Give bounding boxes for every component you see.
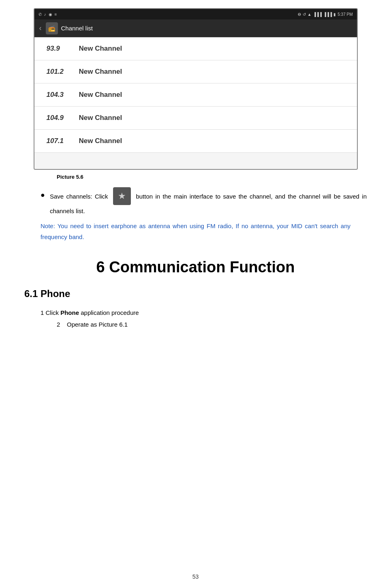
app-header: ‹ 📻 Channel list [34, 19, 357, 37]
step-1: 1 Click Phone application procedure [41, 308, 367, 318]
save-channels-bullet: ● Save channels: Click ★ button in the m… [41, 188, 367, 216]
page-number: 53 [0, 573, 391, 580]
channel-row-1[interactable]: 93.9 New Channel [34, 37, 357, 60]
step-2: 2 Operate as Picture 6.1 [57, 319, 367, 330]
picture-caption: Picture 5.6 [57, 174, 367, 180]
bullet-prefix: Save channels: Click [50, 193, 108, 200]
channel-row-4[interactable]: 104.9 New Channel [34, 107, 357, 130]
signal-bars-2-icon: ▐▐▐ [323, 12, 332, 17]
channel-name-1: New Channel [79, 45, 122, 53]
battery-status-icon: ▮ [333, 12, 336, 17]
status-right-icons: Ɵ ↺ ▲ ▐▐▐ ▐▐▐ ▮ 5:37 PM [298, 12, 353, 17]
channel-name-5: New Channel [79, 137, 122, 145]
channel-list-content: 93.9 New Channel 101.2 New Channel 104.3… [34, 37, 357, 169]
note-status-icon: ♪ [44, 12, 46, 17]
step-1-bold: Phone [60, 309, 79, 316]
phone-footer [34, 153, 357, 169]
channel-freq-4: 104.9 [47, 114, 79, 122]
header-title: Channel list [61, 25, 93, 32]
channel-row-2[interactable]: 101.2 New Channel [34, 60, 357, 83]
channel-freq-3: 104.3 [47, 91, 79, 99]
back-button[interactable]: ‹ [39, 24, 42, 32]
signal-bars-1-icon: ▐▐▐ [313, 12, 322, 17]
app-icon: 📻 [46, 22, 58, 34]
subsection-heading: 6.1 Phone [24, 288, 367, 299]
phone-screenshot: ✆ ♪ ◉ ≡ Ɵ ↺ ▲ ▐▐▐ ▐▐▐ ▮ 5:37 PM ‹ 📻 Chan… [34, 8, 358, 170]
channel-row-3[interactable]: 104.3 New Channel [34, 83, 357, 107]
note-text: Note: You need to insert earphone as ant… [41, 220, 350, 242]
menu-status-icon: ≡ [55, 12, 57, 17]
channel-name-3: New Channel [79, 91, 122, 99]
section-heading: 6 Communication Function [24, 259, 367, 276]
page-container: ✆ ♪ ◉ ≡ Ɵ ↺ ▲ ▐▐▐ ▐▐▐ ▮ 5:37 PM ‹ 📻 Chan… [0, 0, 391, 588]
channel-name-4: New Channel [79, 114, 122, 122]
channel-freq-5: 107.1 [47, 137, 79, 145]
circle-status-icon: ◉ [49, 12, 52, 17]
star-icon: ★ [118, 188, 126, 203]
bullet-text: Save channels: Click ★ button in the mai… [50, 188, 367, 216]
radio-icon: 📻 [48, 25, 55, 32]
phone-status-icon: ✆ [38, 12, 42, 17]
wifi-status-icon: ▲ [308, 12, 312, 17]
status-left-icons: ✆ ♪ ◉ ≡ [38, 12, 57, 17]
channel-row-5[interactable]: 107.1 New Channel [34, 130, 357, 153]
star-button-icon[interactable]: ★ [113, 187, 131, 205]
sync-status-icon: ↺ [303, 12, 306, 17]
channel-name-2: New Channel [79, 68, 122, 76]
channel-freq-2: 101.2 [47, 68, 79, 76]
channel-freq-1: 93.9 [47, 45, 79, 53]
time-display: 5:37 PM [338, 12, 353, 17]
bullet-dot: ● [41, 189, 45, 201]
status-bar: ✆ ♪ ◉ ≡ Ɵ ↺ ▲ ▐▐▐ ▐▐▐ ▮ 5:37 PM [34, 9, 357, 19]
bluetooth-status-icon: Ɵ [298, 12, 301, 17]
